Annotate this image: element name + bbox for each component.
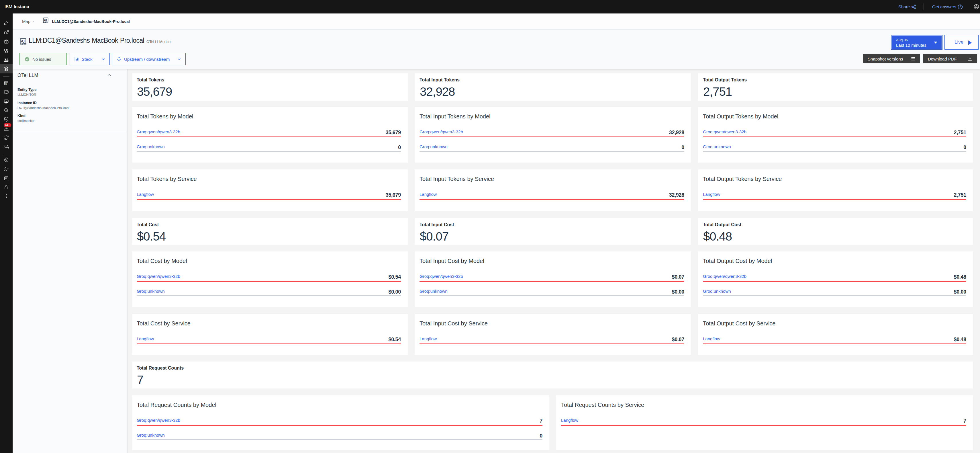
svg-text:31: 31 [5,83,7,85]
